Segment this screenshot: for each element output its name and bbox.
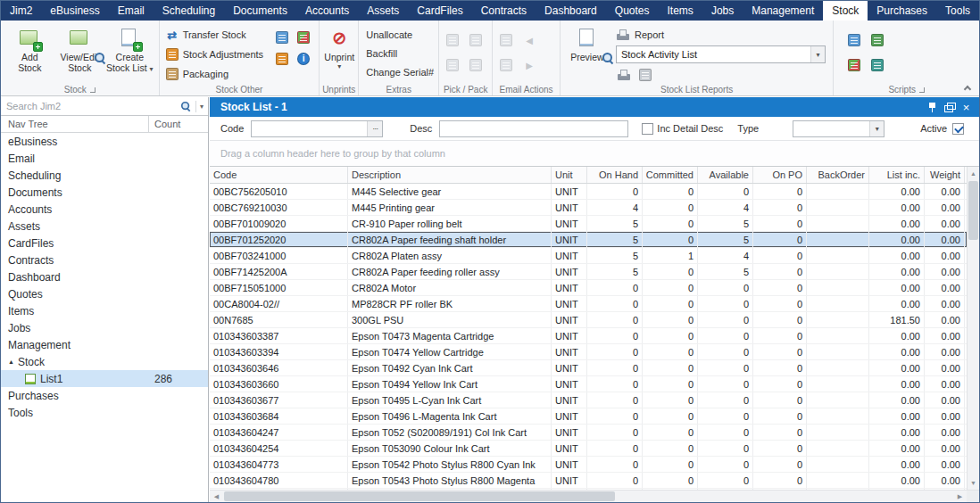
chevron-down-icon[interactable]: ▾ [810, 46, 825, 62]
table-row[interactable]: 00BF701252020 CR802A Paper feeding shaft… [210, 232, 967, 248]
scroll-up-button[interactable]: ▲ [968, 167, 979, 180]
table-row[interactable]: 00BF715051000 CR802A Motor UNIT 0 0 0 0 … [210, 280, 967, 296]
table-row[interactable]: 00BC769210030 M445 Printing gear UNIT 4 … [210, 200, 967, 216]
print-picking-slip-button[interactable] [443, 30, 462, 50]
stock-info-button[interactable] [294, 49, 313, 69]
table-row[interactable]: 010343604247 Epson T052 (S020089/191) Co… [210, 425, 967, 441]
view-edit-stock-button[interactable]: View/Edit Stock [54, 24, 104, 81]
table-row[interactable]: 00N7685 300GL PSU UNIT 0 0 0 0 181.50 0.… [210, 312, 967, 328]
vertical-scroll-thumb[interactable] [968, 181, 978, 240]
restore-button[interactable] [941, 100, 958, 115]
nav-item[interactable]: ▲ CardFiles [1, 235, 208, 252]
menu-tab[interactable]: Tools [936, 1, 979, 21]
column-header-code[interactable]: Code [210, 167, 348, 183]
nav-item[interactable]: ▲ List1 286 [1, 370, 208, 387]
add-stock-button[interactable]: Add Stock [4, 24, 54, 81]
menu-tab[interactable]: Email [109, 1, 154, 21]
nav-item[interactable]: ▲ Accounts [1, 201, 208, 218]
search-icon[interactable] [180, 101, 191, 111]
report-layout-button[interactable] [637, 67, 653, 83]
ribbon-collapse-button[interactable] [961, 82, 974, 93]
table-row[interactable]: 00BF701009020 CR-910 Paper rolling belt … [210, 216, 967, 232]
column-header-description[interactable]: Description [348, 167, 552, 183]
backfill-button[interactable]: Backfill [361, 45, 436, 62]
menu-tab[interactable]: eBusiness [41, 1, 108, 21]
table-row[interactable]: 00BF71425200A CR802A Paper feeding rolle… [210, 264, 967, 280]
pack-stock-button[interactable] [466, 55, 486, 75]
horizontal-scrollbar[interactable]: ◀ ▶ [210, 490, 979, 502]
menu-tab[interactable]: Quotes [606, 1, 659, 21]
dialog-launcher-icon[interactable] [90, 87, 96, 93]
table-row[interactable]: 010343603394 Epson T0474 Yellow Cartridg… [210, 344, 967, 360]
copy-email-button[interactable] [496, 30, 516, 50]
menu-tab[interactable]: Assets [358, 1, 408, 21]
unprint-button[interactable]: ⊘ Unprint ▾ [321, 24, 357, 81]
print-report-button[interactable] [616, 67, 632, 83]
scroll-down-button[interactable]: ▼ [968, 476, 979, 490]
menu-tab[interactable]: CardFiles [408, 1, 471, 21]
print-packing-slip-button[interactable] [466, 30, 486, 50]
nav-item[interactable]: ▲ Scheduling [1, 167, 208, 184]
nav-item[interactable]: ▲ Management [1, 336, 208, 353]
column-header-unit[interactable]: Unit [552, 167, 587, 183]
menu-tab[interactable]: Purchases [868, 1, 936, 21]
menu-tab[interactable]: Items [659, 1, 702, 21]
nav-item[interactable]: ▲ Quotes [1, 285, 208, 302]
inc-detail-desc-checkbox[interactable] [642, 123, 653, 135]
scroll-right-button[interactable]: ▶ [953, 491, 967, 502]
nav-item[interactable]: ▲ Stock [1, 353, 208, 370]
table-row[interactable]: 010343603387 Epson T0473 Magenta Cartrid… [210, 328, 967, 344]
table-row[interactable]: 010343603677 Epson T0495 L-Cyan Ink Cart… [210, 392, 967, 408]
column-header-backorder[interactable]: BackOrder [807, 167, 869, 183]
vertical-scrollbar[interactable]: ▲ ▼ [967, 167, 979, 490]
dialog-launcher-icon[interactable] [919, 87, 925, 93]
run-script-button[interactable] [844, 30, 864, 50]
menu-tab[interactable]: Contracts [472, 1, 536, 21]
edit-script-button[interactable] [868, 30, 887, 50]
unallocate-button[interactable]: Unallocate [361, 26, 436, 44]
horizontal-scroll-thumb[interactable] [224, 491, 615, 501]
table-row[interactable]: 010343604773 Epson T0542 Photo Stylus R8… [210, 457, 967, 473]
desc-input[interactable] [440, 121, 627, 136]
nav-item[interactable]: ▲ Email [1, 150, 208, 167]
nav-item[interactable]: ▲ Documents [1, 184, 208, 201]
table-row[interactable]: 00BF703241000 CR802A Platen assy UNIT 5 … [210, 248, 967, 264]
menu-tab[interactable]: Accounts [296, 1, 358, 21]
chevron-down-icon[interactable]: ▾ [869, 121, 884, 136]
column-header-weight[interactable]: Weight [925, 167, 965, 183]
column-header-on-hand[interactable]: On Hand [587, 167, 643, 183]
nav-item[interactable]: ▲ Dashboard [1, 268, 208, 285]
transfer-stock-button[interactable]: ⇄ Transfer Stock [162, 26, 268, 44]
table-row[interactable]: 00CA8004-02// MP828CR PF roller BK UNIT … [210, 296, 967, 312]
active-checkbox[interactable] [952, 123, 964, 135]
code-input[interactable] [252, 121, 367, 136]
stock-attributes-button[interactable] [272, 49, 292, 69]
column-header-list-inc[interactable]: List inc. [869, 167, 925, 183]
nav-item[interactable]: ▲ eBusiness [1, 133, 208, 150]
export-script-button[interactable] [868, 55, 887, 75]
scroll-left-button[interactable]: ◀ [210, 491, 223, 502]
close-button[interactable]: × [958, 100, 975, 115]
menu-tab[interactable]: Dashboard [536, 1, 606, 21]
search-options-chevron-icon[interactable]: ▾ [200, 103, 203, 111]
move-email-button[interactable] [496, 55, 516, 75]
menu-tab[interactable]: Scheduling [154, 1, 224, 21]
nav-item[interactable]: ▲ Assets [1, 218, 208, 235]
import-script-button[interactable] [844, 55, 864, 75]
table-row[interactable]: 010343604254 Epson T053090 Colour Ink Ca… [210, 441, 967, 457]
nav-item[interactable]: ▲ Contracts [1, 252, 208, 268]
nav-item[interactable]: ▲ Purchases [1, 387, 208, 404]
search-input[interactable] [6, 101, 176, 111]
nav-item[interactable]: ▲ Tools [1, 404, 208, 421]
nav-item[interactable]: ▲ Jobs [1, 319, 208, 336]
code-browse-button[interactable]: ··· [367, 121, 382, 136]
menu-tab[interactable]: Documents [224, 1, 296, 21]
report-select[interactable]: Stock Activity List ▾ [616, 45, 826, 63]
stock-grid-button[interactable] [272, 28, 292, 47]
menu-tab[interactable]: Jobs [702, 1, 743, 21]
preview-button[interactable]: Preview [562, 24, 612, 81]
reply-email-button[interactable]: ◀ [519, 30, 539, 50]
group-by-drop-zone[interactable]: Drag a column header here to group by th… [210, 141, 979, 167]
table-row[interactable]: 00BC756205010 M445 Selective gear UNIT 0… [210, 184, 967, 200]
column-header-committed[interactable]: Committed [643, 167, 698, 183]
